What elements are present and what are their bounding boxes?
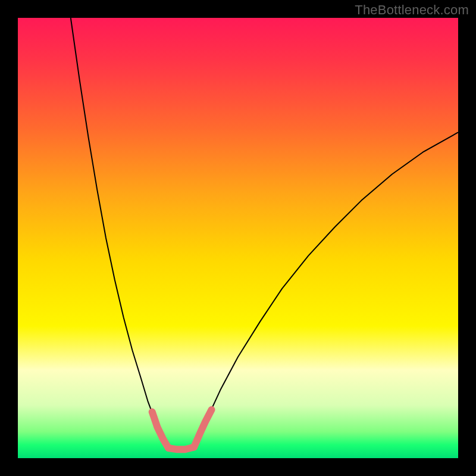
plot-area [18, 18, 458, 458]
bottleneck-curve-chart [18, 18, 458, 458]
chart-frame: TheBottleneck.com [0, 0, 476, 476]
watermark-text: TheBottleneck.com [355, 2, 469, 18]
gradient-background [18, 18, 458, 458]
series-highlight-bottom [168, 447, 194, 450]
